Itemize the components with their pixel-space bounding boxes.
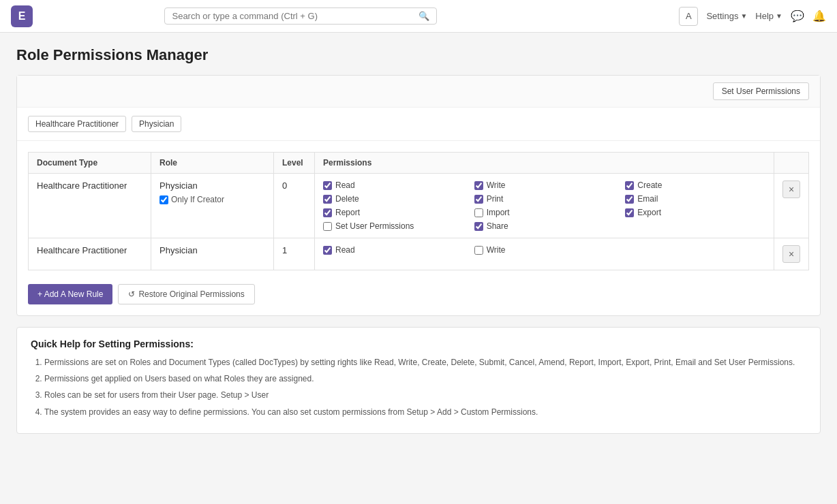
navbar-right: A Settings ▼ Help ▼ 💬 🔔 [679,7,826,26]
permission-item[interactable]: Read [323,180,463,190]
main-card: Set User Permissions Healthcare Practiti… [16,75,821,316]
restore-icon: ↺ [128,289,135,299]
permission-item[interactable]: Import [474,208,615,217]
permission-item[interactable]: Write [474,180,615,190]
cell-doc-type: Healthcare Practitioner [29,238,151,270]
permission-label: Export [637,208,661,217]
permission-label: Read [335,180,355,190]
permission-label: Write [487,180,506,190]
restore-permissions-button[interactable]: ↺ Restore Original Permissions [118,284,254,304]
card-toolbar: Set User Permissions [17,76,820,108]
cell-actions: × [774,238,809,270]
help-link[interactable]: Help ▼ [755,11,782,21]
permission-checkbox[interactable] [625,208,634,217]
permission-checkbox[interactable] [323,222,332,231]
permission-item[interactable]: Export [625,208,765,217]
quick-help-item: Permissions get applied on Users based o… [44,373,806,385]
brand-logo[interactable]: E [11,5,33,27]
permission-item[interactable]: Print [474,194,615,204]
search-bar[interactable]: 🔍 [164,7,437,25]
cell-actions: × [774,174,809,238]
remove-rule-button[interactable]: × [782,180,800,198]
filter-tag-healthcare-practitioner[interactable]: Healthcare Practitioner [28,116,126,132]
table-header-row: Document Type Role Level Permissions [29,153,809,174]
cell-role: Physician [151,238,274,270]
remove-rule-button[interactable]: × [782,245,800,263]
set-user-permissions-button[interactable]: Set User Permissions [713,82,809,100]
permission-label: Set User Permissions [335,221,414,231]
cell-level: 1 [274,238,315,270]
quick-help-title: Quick Help for Setting Permissions: [31,338,806,349]
permission-checkbox[interactable] [474,246,483,255]
quick-help-item: Permissions are set on Roles and Documen… [44,356,806,369]
quick-help-list: Permissions are set on Roles and Documen… [31,356,806,419]
table-actions: + Add A New Rule ↺ Restore Original Perm… [17,276,820,315]
permission-label: Print [487,194,504,204]
cell-doc-type: Healthcare Practitioner [29,174,151,238]
col-actions [774,153,809,174]
permission-checkbox[interactable] [474,208,483,217]
table-container: Document Type Role Level Permissions Hea… [17,152,820,270]
cell-permissions: ReadWriteCreateDeletePrintEmailReportImp… [315,174,774,238]
permission-item[interactable]: Write [474,245,615,255]
permission-item[interactable]: Read [323,245,463,255]
announcements-icon[interactable]: 💬 [791,10,804,22]
permission-item[interactable]: Create [625,180,765,190]
permission-checkbox[interactable] [323,246,332,255]
search-icon: 🔍 [418,11,429,21]
table-row: Healthcare PractitionerPhysicianOnly If … [29,174,809,238]
table-row: Healthcare PractitionerPhysician1ReadWri… [29,238,809,270]
permission-checkbox[interactable] [474,181,483,190]
only-if-creator-checkbox[interactable] [159,195,168,204]
permission-checkbox[interactable] [323,181,332,190]
permission-label: Delete [335,194,359,204]
cell-level: 0 [274,174,315,238]
chevron-down-icon: ▼ [740,12,747,20]
add-rule-button[interactable]: + Add A New Rule [28,284,112,304]
permission-label: Share [487,221,508,231]
page-container: Role Permissions Manager Set User Permis… [0,33,837,504]
settings-link[interactable]: Settings ▼ [706,11,747,21]
col-level: Level [274,153,315,174]
permission-label: Create [637,180,662,190]
permission-checkbox[interactable] [323,195,332,204]
cell-permissions: ReadWrite [315,238,774,270]
permission-checkbox[interactable] [625,181,634,190]
cell-role: PhysicianOnly If Creator [151,174,274,238]
quick-help-item: The system provides an easy way to defin… [44,406,806,419]
filter-bar: Healthcare Practitioner Physician [17,108,820,141]
permission-label: Email [637,194,658,204]
quick-help-card: Quick Help for Setting Permissions: Perm… [16,327,821,434]
col-permissions: Permissions [315,153,774,174]
permission-checkbox[interactable] [474,195,483,204]
permission-label: Read [335,245,355,255]
permission-item[interactable]: Email [625,194,765,204]
only-if-creator-label: Only If Creator [171,195,224,204]
permission-item[interactable]: Set User Permissions [323,221,463,231]
permission-item[interactable]: Delete [323,194,463,204]
col-document-type: Document Type [29,153,151,174]
col-role: Role [151,153,274,174]
permission-label: Import [487,208,510,217]
notifications-icon[interactable]: 🔔 [812,10,826,22]
only-if-creator[interactable]: Only If Creator [159,195,265,204]
search-input[interactable] [172,11,416,21]
permission-checkbox[interactable] [474,222,483,231]
permission-item[interactable]: Share [474,221,615,231]
permission-label: Write [487,245,506,255]
permission-item[interactable]: Report [323,208,463,217]
page-title: Role Permissions Manager [16,46,821,64]
permission-checkbox[interactable] [323,208,332,217]
avatar[interactable]: A [679,7,698,26]
permission-label: Report [335,208,360,217]
filter-tag-physician[interactable]: Physician [132,116,181,132]
navbar: E 🔍 A Settings ▼ Help ▼ 💬 🔔 [0,0,837,33]
chevron-down-icon: ▼ [776,12,782,20]
permissions-table: Document Type Role Level Permissions Hea… [28,152,809,270]
quick-help-item: Roles can be set for users from their Us… [44,389,806,402]
permission-checkbox[interactable] [625,195,634,204]
